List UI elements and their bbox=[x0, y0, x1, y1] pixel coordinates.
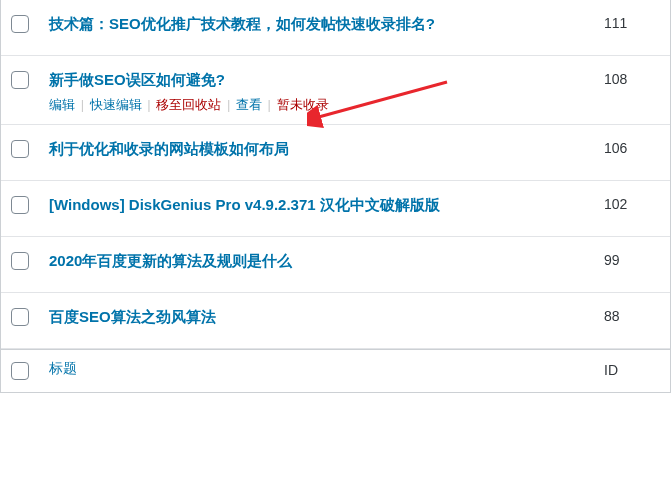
edit-action[interactable]: 编辑 bbox=[49, 97, 75, 112]
row-checkbox[interactable] bbox=[11, 252, 29, 270]
trash-action[interactable]: 移至回收站 bbox=[156, 97, 221, 112]
post-title-link[interactable]: 新手做SEO误区如何避免? bbox=[49, 71, 225, 88]
quick-edit-action[interactable]: 快速编辑 bbox=[90, 97, 142, 112]
checkbox-cell bbox=[11, 250, 43, 270]
row-checkbox[interactable] bbox=[11, 15, 29, 33]
checkbox-cell bbox=[11, 138, 43, 158]
table-row: 利于优化和收录的网站模板如何布局 106 bbox=[1, 125, 670, 181]
table-row: 百度SEO算法之劲风算法 88 bbox=[1, 293, 670, 349]
unindexed-action[interactable]: 暂未收录 bbox=[277, 97, 329, 112]
separator: | bbox=[145, 97, 152, 112]
separator: | bbox=[266, 97, 273, 112]
row-checkbox[interactable] bbox=[11, 196, 29, 214]
post-id: 99 bbox=[604, 250, 660, 268]
table-row: 2020年百度更新的算法及规则是什么 99 bbox=[1, 237, 670, 293]
table-row: 新手做SEO误区如何避免? 108 编辑 | 快速编辑 | 移至回收站 | 查看… bbox=[1, 56, 670, 125]
checkbox-cell bbox=[11, 13, 43, 33]
checkbox-cell bbox=[11, 194, 43, 214]
row-checkbox[interactable] bbox=[11, 71, 29, 89]
column-header-id: ID bbox=[604, 360, 660, 378]
checkbox-cell bbox=[11, 306, 43, 326]
post-id: 102 bbox=[604, 194, 660, 212]
post-title-link[interactable]: 利于优化和收录的网站模板如何布局 bbox=[49, 140, 289, 157]
post-title-link[interactable]: 技术篇：SEO优化推广技术教程，如何发帖快速收录排名? bbox=[49, 15, 435, 32]
posts-table: 技术篇：SEO优化推广技术教程，如何发帖快速收录排名? 111 新手做SEO误区… bbox=[0, 0, 671, 393]
checkbox-cell bbox=[11, 360, 43, 380]
checkbox-cell bbox=[11, 69, 43, 89]
post-title-link[interactable]: 2020年百度更新的算法及规则是什么 bbox=[49, 252, 292, 269]
table-footer-row: 标题 ID bbox=[1, 349, 670, 393]
select-all-checkbox[interactable] bbox=[11, 362, 29, 380]
separator: | bbox=[225, 97, 232, 112]
post-title-link[interactable]: 百度SEO算法之劲风算法 bbox=[49, 308, 216, 325]
column-header-title[interactable]: 标题 bbox=[49, 360, 77, 376]
post-id: 108 bbox=[604, 69, 660, 87]
view-action[interactable]: 查看 bbox=[236, 97, 262, 112]
row-checkbox[interactable] bbox=[11, 140, 29, 158]
post-title-link[interactable]: [Windows] DiskGenius Pro v4.9.2.371 汉化中文… bbox=[49, 196, 440, 213]
table-row: 技术篇：SEO优化推广技术教程，如何发帖快速收录排名? 111 bbox=[1, 0, 670, 56]
separator: | bbox=[79, 97, 86, 112]
table-row: [Windows] DiskGenius Pro v4.9.2.371 汉化中文… bbox=[1, 181, 670, 237]
post-id: 88 bbox=[604, 306, 660, 324]
post-id: 106 bbox=[604, 138, 660, 156]
row-actions: 编辑 | 快速编辑 | 移至回收站 | 查看 | 暂未收录 bbox=[49, 96, 329, 114]
post-id: 111 bbox=[604, 13, 660, 31]
row-checkbox[interactable] bbox=[11, 308, 29, 326]
